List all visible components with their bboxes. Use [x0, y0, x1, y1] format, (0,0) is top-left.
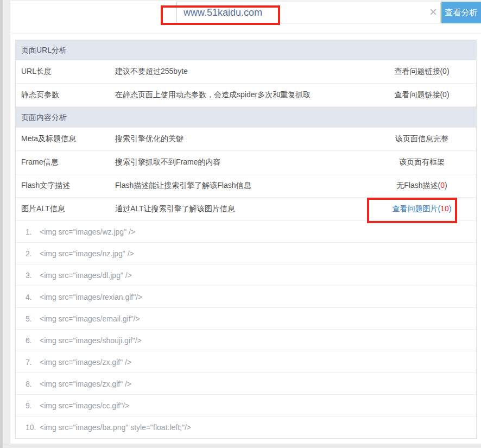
row-status: 查看问题链接(0) — [368, 67, 476, 77]
image-list-item: 10.<img src="images/ba.png" style="float… — [16, 417, 476, 438]
annotation-box-alt-link — [367, 198, 457, 223]
section-header: 页面URL分析 — [16, 40, 476, 60]
image-list-item: 2.<img src="images/nz.jpg" /> — [16, 243, 476, 264]
status-text: 该页面信息完整 — [395, 134, 448, 143]
list-item-number: 10. — [26, 423, 40, 432]
table-row: Frame信息搜索引擎抓取不到Frame的内容该页面有框架 — [16, 151, 476, 174]
image-list-item: 4.<img src="images/rexian.gif"/> — [16, 286, 476, 308]
image-list-item: 3.<img src="images/dl.jpg" /> — [16, 264, 476, 286]
list-item-code: <img src="images/shouji.gif"/> — [40, 336, 142, 345]
status-text[interactable]: 查看问题链接(0) — [394, 90, 449, 99]
status-text[interactable]: 查看问题链接(0) — [394, 67, 449, 75]
row-label: URL长度 — [16, 67, 115, 77]
table-row: 静态页参数在静态页面上使用动态参数，会造成spider多次和重复抓取查看问题链接… — [16, 84, 476, 107]
row-description: 通过ALT让搜索引擎了解该图片信息 — [115, 204, 368, 214]
row-description: Flash描述能让搜索引擎了解该Flash信息 — [115, 181, 368, 191]
table-row: Flash文字描述Flash描述能让搜索引擎了解该Flash信息无Flash描述… — [16, 174, 476, 198]
row-status: 该页面有框架 — [368, 157, 476, 167]
list-item-code: <img src="images/email.gif"/> — [40, 314, 140, 323]
list-item-code: <img src="images/zx.gif" /> — [40, 380, 131, 388]
list-item-number: 7. — [26, 358, 40, 367]
row-status: 查看问题链接(0) — [368, 90, 476, 100]
list-item-number: 9. — [26, 401, 40, 410]
list-item-code: <img src="images/dl.jpg" /> — [40, 271, 132, 280]
row-status: 该页面信息完整 — [368, 134, 476, 144]
annotation-box-url — [161, 5, 280, 25]
list-item-code: <img src="images/zx.gif" /> — [40, 358, 131, 367]
image-list-item: 6.<img src="images/shouji.gif"/> — [16, 330, 476, 351]
list-item-code: <img src="images/nz.jpg" /> — [40, 249, 134, 258]
row-label: Flash文字描述 — [16, 181, 115, 191]
status-text: ) — [445, 181, 447, 190]
list-item-number: 6. — [26, 336, 40, 345]
image-list-item: 7.<img src="images/zx.gif" /> — [16, 351, 476, 373]
row-label: 图片ALT信息 — [16, 204, 115, 214]
list-item-code: <img src="images/ba.png" style="float:le… — [40, 423, 191, 432]
page-edge-light — [3, 0, 10, 444]
image-list-item: 1.<img src="images/wz.jpg" /> — [16, 221, 476, 243]
row-label: Frame信息 — [16, 157, 115, 167]
row-status: 无Flash描述(0) — [368, 181, 476, 191]
clear-icon[interactable]: × — [425, 4, 441, 21]
status-text: 该页面有框架 — [399, 157, 445, 166]
status-text: 无Flash描述( — [396, 181, 440, 190]
list-item-number: 4. — [26, 293, 40, 301]
list-item-number: 2. — [26, 249, 40, 258]
list-item-code: <img src="images/cc.gif"/> — [40, 401, 129, 410]
analysis-table: 页面URL分析URL长度建议不要超过255byte查看问题链接(0)静态页参数在… — [15, 40, 477, 439]
row-label: Meta及标题信息 — [16, 134, 115, 144]
row-label: 静态页参数 — [16, 90, 115, 100]
page-bottom-background — [3, 444, 481, 448]
row-description: 建议不要超过255byte — [115, 67, 368, 77]
list-item-code: <img src="images/wz.jpg" /> — [40, 228, 135, 236]
row-description: 搜索引擎优化的关键 — [115, 134, 368, 144]
image-list-item: 9.<img src="images/cc.gif"/> — [16, 395, 476, 417]
row-description: 在静态页面上使用动态参数，会造成spider多次和重复抓取 — [115, 90, 368, 100]
list-item-number: 1. — [26, 228, 40, 236]
list-item-number: 8. — [26, 380, 40, 388]
list-item-code: <img src="images/rexian.gif"/> — [40, 293, 142, 301]
list-item-number: 3. — [26, 271, 40, 280]
table-row: URL长度建议不要超过255byte查看问题链接(0) — [16, 60, 476, 84]
section-header: 页面内容分析 — [16, 107, 476, 128]
table-row: Meta及标题信息搜索引擎优化的关键该页面信息完整 — [16, 128, 476, 151]
image-list-item: 5.<img src="images/email.gif"/> — [16, 308, 476, 330]
page-edge-dark — [0, 0, 3, 448]
analyze-button[interactable]: 查看分析 — [441, 2, 481, 23]
list-item-number: 5. — [26, 314, 40, 323]
row-description: 搜索引擎抓取不到Frame的内容 — [115, 157, 368, 167]
image-list-item: 8.<img src="images/zx.gif" /> — [16, 373, 476, 395]
status-text: 0 — [440, 181, 445, 190]
